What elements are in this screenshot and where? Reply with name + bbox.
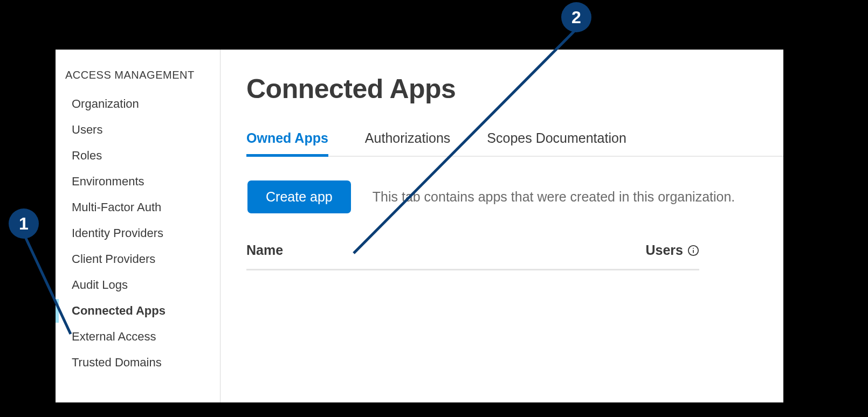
column-users: Users [646,242,700,258]
sidebar-item-trusted-domains[interactable]: Trusted Domains [65,350,220,376]
tabs: Owned Apps Authorizations Scopes Documen… [246,130,783,157]
sidebar: ACCESS MANAGEMENT Organization Users Rol… [56,50,221,402]
app-window: ACCESS MANAGEMENT Organization Users Rol… [56,50,783,402]
tab-description: This tab contains apps that were created… [373,189,735,205]
sidebar-section-header: ACCESS MANAGEMENT [65,69,220,81]
create-app-button[interactable]: Create app [247,180,351,213]
sidebar-item-external-access[interactable]: External Access [65,324,220,350]
sidebar-item-organization[interactable]: Organization [65,91,220,117]
sidebar-item-identity-providers[interactable]: Identity Providers [65,220,220,246]
tab-owned-apps[interactable]: Owned Apps [246,130,328,156]
callout-badge-2: 2 [561,2,591,32]
tab-scopes-documentation[interactable]: Scopes Documentation [487,130,626,156]
sidebar-item-connected-apps[interactable]: Connected Apps [65,298,220,324]
sidebar-item-environments[interactable]: Environments [65,169,220,194]
callout-badge-1: 1 [9,208,39,239]
info-icon[interactable] [687,245,699,256]
main-content: Connected Apps Owned Apps Authorizations… [221,50,783,402]
sidebar-item-mfa[interactable]: Multi-Factor Auth [65,194,220,220]
sidebar-item-client-providers[interactable]: Client Providers [65,246,220,272]
tab-authorizations[interactable]: Authorizations [365,130,450,156]
actions-row: Create app This tab contains apps that w… [247,180,783,213]
page-title: Connected Apps [246,73,783,105]
table-header: Name Users [246,237,699,270]
sidebar-item-users[interactable]: Users [65,117,220,143]
svg-point-2 [693,247,694,248]
column-users-label: Users [646,242,684,258]
column-name: Name [246,242,283,258]
sidebar-item-audit-logs[interactable]: Audit Logs [65,272,220,298]
sidebar-item-roles[interactable]: Roles [65,143,220,169]
